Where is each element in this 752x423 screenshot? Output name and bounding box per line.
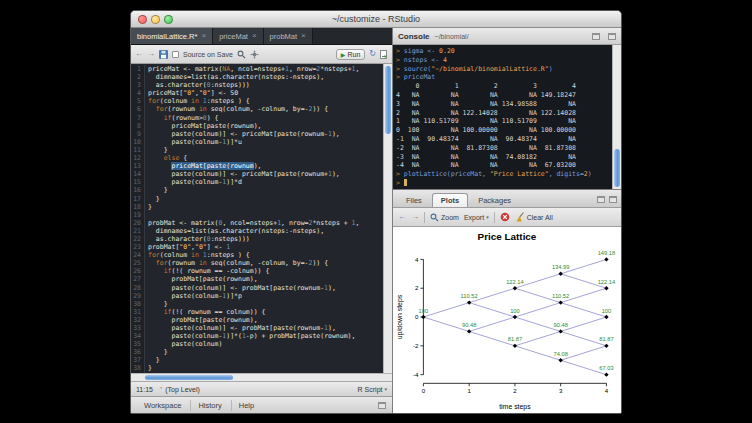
- line-number: 11: [131, 146, 145, 154]
- line-number: 38: [131, 364, 145, 372]
- line-number: 33: [131, 324, 145, 332]
- lattice-node: [467, 329, 471, 333]
- console-prompt: >: [396, 65, 404, 73]
- run-button[interactable]: ▶ Run: [336, 49, 365, 60]
- close-window-icon[interactable]: [138, 15, 147, 24]
- code-line: 15 paste(colnum-1)]*d: [131, 178, 383, 186]
- source-on-save-checkbox[interactable]: [172, 51, 179, 58]
- zoom-window-icon[interactable]: [164, 15, 173, 24]
- console-line: -2 NA NA 81.87308 NA 81.87308: [396, 144, 612, 153]
- editor-tab[interactable]: binomialLattice.R*×: [131, 28, 213, 44]
- line-number: 28: [131, 284, 145, 292]
- code-text: probMat <- matrix(0, ncol=nsteps+1, nrow…: [145, 219, 359, 227]
- workspace-tabbar: WorkspaceHistoryHelp: [131, 396, 392, 413]
- line-number: 17: [131, 195, 145, 203]
- code-line: 20probMat <- matrix(0, ncol=nsteps+1, nr…: [131, 219, 383, 227]
- window-title: ~/customize - RStudio: [332, 14, 420, 24]
- line-number: 10: [131, 138, 145, 146]
- code-text: priceMat <- matrix(NA, ncol=nsteps+1, nr…: [145, 65, 359, 73]
- rerun-icon[interactable]: ↻: [369, 50, 376, 58]
- find-icon[interactable]: [237, 50, 246, 59]
- minimize-window-icon[interactable]: [151, 15, 160, 24]
- caret-down-icon: ▾: [486, 214, 489, 220]
- editor-hscrollbar[interactable]: [131, 373, 392, 381]
- code-text: }: [145, 356, 160, 364]
- caret-icon: ⌃: [159, 386, 163, 392]
- tab-workspace[interactable]: Workspace: [137, 400, 188, 411]
- line-number: 26: [131, 267, 145, 275]
- forward-icon[interactable]: →: [147, 50, 155, 58]
- tab-packages[interactable]: Packages: [469, 193, 520, 207]
- editor-tab-label: binomialLattice.R*: [137, 32, 197, 41]
- export-button[interactable]: Export ▾: [464, 214, 489, 221]
- line-number: 22: [131, 235, 145, 243]
- scope-selector[interactable]: ⌃ (Top Level): [159, 386, 200, 393]
- clear-all-button[interactable]: Clear All: [515, 212, 553, 222]
- x-tick-label: 0: [422, 387, 426, 394]
- console[interactable]: > sigma <- 0.20> nsteps <- 4> source("~/…: [393, 45, 621, 189]
- previous-plot-icon[interactable]: ←: [398, 213, 406, 221]
- editor-vscrollbar[interactable]: [383, 64, 392, 373]
- tools-icon[interactable]: [250, 50, 259, 59]
- code-line: 6 for(rownum in seq(colnum, -colnum, by=…: [131, 105, 383, 113]
- maximize-pane-icon[interactable]: [609, 196, 617, 203]
- caret-down-icon: ▾: [384, 386, 387, 392]
- editor-vscroll-thumb[interactable]: [385, 66, 391, 134]
- tab-help[interactable]: Help: [231, 400, 261, 411]
- console-title: Console: [398, 32, 430, 41]
- source-file-icon[interactable]: [380, 50, 388, 59]
- minimize-pane-icon[interactable]: [592, 33, 600, 40]
- code-line: 35 paste(colnum): [131, 340, 383, 348]
- editor[interactable]: 1priceMat <- matrix(NA, ncol=nsteps+1, n…: [131, 64, 392, 373]
- code-line: 17 }: [131, 195, 383, 203]
- code-text: }: [145, 364, 152, 372]
- code-line: 27 probMat[paste(rownum),: [131, 275, 383, 283]
- tab-plots[interactable]: Plots: [432, 193, 468, 207]
- console-line: 2 NA NA 122.14028 NA 122.14028: [396, 109, 612, 118]
- back-icon[interactable]: ←: [135, 50, 143, 58]
- code-line: 38}: [131, 364, 383, 372]
- lattice-node: [604, 257, 608, 261]
- tab-files[interactable]: Files: [397, 193, 431, 207]
- code-text: paste(colnum)] <- priceMat[paste(rownum+…: [145, 170, 340, 178]
- maximize-pane-icon[interactable]: [608, 33, 616, 40]
- lattice-node-label: 100: [419, 308, 429, 314]
- code-text: paste(colnum-1)]*p: [145, 292, 242, 300]
- zoom-button[interactable]: Zoom: [430, 213, 459, 222]
- line-number: 36: [131, 348, 145, 356]
- line-number: 32: [131, 316, 145, 324]
- lattice-node: [558, 358, 562, 362]
- remove-plot-icon[interactable]: [500, 212, 510, 222]
- code-text: }: [145, 195, 160, 203]
- line-number: 4: [131, 89, 145, 97]
- tab-history[interactable]: History: [190, 400, 228, 411]
- console-vscroll-thumb[interactable]: [614, 149, 620, 187]
- editor-hscroll-thumb[interactable]: [145, 375, 233, 380]
- editor-tab[interactable]: priceMat×: [213, 28, 263, 44]
- tab-close-icon[interactable]: ×: [201, 32, 206, 40]
- filetype-selector[interactable]: R Script ▾: [358, 386, 387, 393]
- code-line: 37 }: [131, 356, 383, 364]
- code-text: probMat[paste(rownum),: [145, 316, 258, 324]
- minimize-pane-icon[interactable]: [597, 196, 605, 203]
- export-label: Export: [464, 214, 484, 221]
- editor-tab[interactable]: probMat×: [264, 28, 313, 44]
- right-column: Console ~/binomial/ > sigma <- 0.20> nst…: [393, 28, 621, 413]
- code-text: as.character(0:nsteps))): [145, 81, 250, 89]
- plots-toolbar: ← → Zoom Export ▾: [393, 208, 621, 227]
- tab-close-icon[interactable]: ×: [301, 32, 306, 40]
- titlebar[interactable]: ~/customize - RStudio: [131, 11, 621, 28]
- code-text: paste(colnum)] <- probMat[paste(rownum-1…: [145, 324, 336, 332]
- tab-close-icon[interactable]: ×: [252, 32, 257, 40]
- code-text: else {: [145, 154, 187, 162]
- lattice-node-label: 67.03: [599, 365, 613, 371]
- maximize-pane-icon[interactable]: [378, 402, 386, 409]
- code-line: 3 as.character(0:nsteps))): [131, 81, 383, 89]
- console-working-directory[interactable]: ~/binomial/: [435, 33, 469, 40]
- code-line: 13 priceMat[paste(rownum),: [131, 162, 383, 170]
- lattice-node-label: 81.87: [508, 336, 522, 342]
- console-vscrollbar[interactable]: [612, 45, 621, 189]
- save-icon[interactable]: [159, 50, 168, 59]
- next-plot-icon[interactable]: →: [411, 213, 419, 221]
- lattice-node-label: 110.52: [552, 293, 569, 299]
